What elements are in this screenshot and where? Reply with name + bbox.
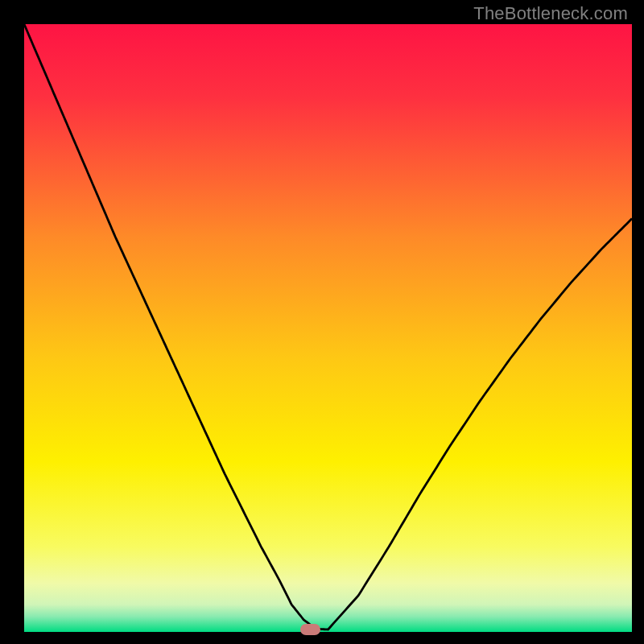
plot-area: [24, 24, 632, 632]
optimal-marker: [300, 624, 320, 635]
chart-svg: [24, 24, 632, 632]
gradient-background: [24, 24, 632, 632]
watermark-text: TheBottleneck.com: [473, 3, 628, 24]
chart-container: TheBottleneck.com: [0, 0, 644, 644]
